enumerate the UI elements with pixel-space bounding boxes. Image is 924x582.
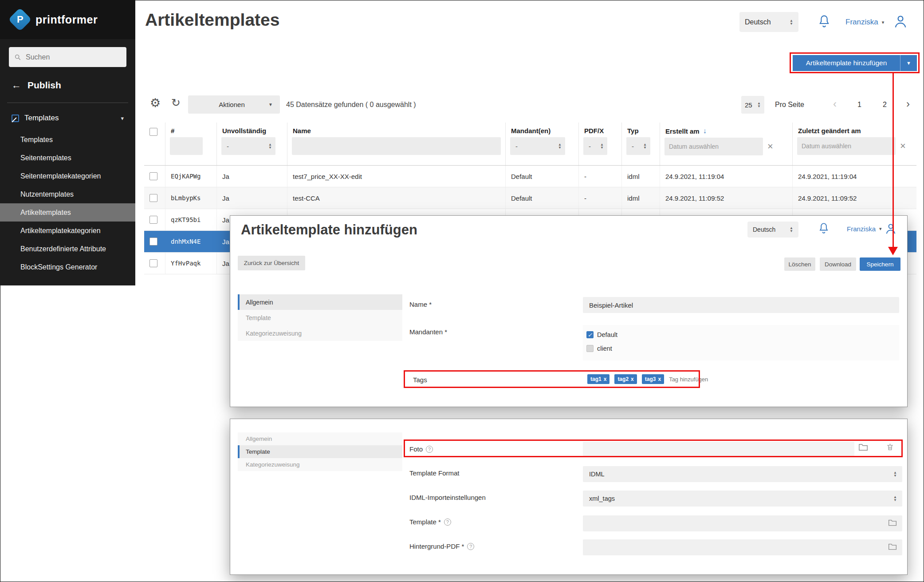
sidebar-item-templates[interactable]: Templates xyxy=(0,131,135,149)
background-pdf-label: Hintergrund-PDF * ? xyxy=(409,542,474,550)
idml-import-select[interactable]: xml_tags ▲▼ xyxy=(583,491,902,507)
dialog-nav-template[interactable]: Template xyxy=(238,310,402,325)
dialog-nav-kategoriezuweisung[interactable]: Kategoriezuweisung xyxy=(238,458,402,471)
refresh-icon[interactable]: ↻ xyxy=(171,96,181,109)
tag-chip[interactable]: tag3x xyxy=(642,374,664,384)
settings-gear-icon[interactable]: ⚙ xyxy=(150,96,161,110)
pagination-page-2[interactable]: 2 xyxy=(883,101,887,109)
tag-chip[interactable]: tag1x xyxy=(587,374,609,384)
sidebar-back-publish[interactable]: ← Publish xyxy=(0,75,135,95)
clear-filter-icon[interactable]: × xyxy=(767,142,773,151)
sidebar-item-seitentemplatekategorien[interactable]: Seitentemplatekategorien xyxy=(0,167,135,185)
tag-add-button[interactable]: Tag hinzufügen xyxy=(669,376,708,383)
notifications-bell-icon[interactable] xyxy=(817,14,831,32)
pagination-page-1[interactable]: 1 xyxy=(857,101,861,109)
client-option-default[interactable]: ✓ Default xyxy=(586,331,617,338)
column-header-client: Mandant(en) xyxy=(511,127,578,135)
sidebar-item-artikeltemplatekategorien[interactable]: Artikeltemplatekategorien xyxy=(0,222,135,240)
user-menu[interactable]: Franziska ▾ xyxy=(847,225,882,233)
delete-button[interactable]: Löschen xyxy=(784,257,815,271)
folder-browse-icon[interactable] xyxy=(858,443,868,453)
table-row[interactable]: bLmbypKs Ja test-CCA Default - idml 24.9… xyxy=(144,187,916,209)
background-pdf-field[interactable] xyxy=(583,539,902,555)
tag-remove-icon[interactable]: x xyxy=(604,376,607,382)
sidebar-item-artikeltemplates[interactable]: Artikeltemplates xyxy=(0,203,135,222)
trash-icon[interactable] xyxy=(886,442,894,454)
select-stepper-icon: ▲▼ xyxy=(893,495,897,502)
template-file-field[interactable] xyxy=(583,515,902,531)
idml-import-label: IDML-Importeinstellungen xyxy=(409,494,486,501)
add-articletemplate-button[interactable]: Artikeltemplate hinzufügen ▼ xyxy=(793,55,917,71)
dialog-nav-allgemein[interactable]: Allgemein xyxy=(238,294,402,310)
filter-incomplete-select[interactable]: -▲▼ xyxy=(221,137,275,155)
sidebar-item-nutzentemplates[interactable]: Nutzentemplates xyxy=(0,185,135,203)
help-question-icon[interactable]: ? xyxy=(426,446,433,453)
sidebar-item-seitentemplates[interactable]: Seitentemplates xyxy=(0,149,135,167)
name-input[interactable] xyxy=(583,297,899,313)
tag-remove-icon[interactable]: x xyxy=(658,376,661,382)
back-to-overview-button[interactable]: Zurück zur Übersicht xyxy=(238,256,305,270)
folder-browse-icon[interactable] xyxy=(888,519,897,528)
filter-modified-date-input[interactable] xyxy=(797,137,896,155)
actions-dropdown[interactable]: Aktionen ▼ xyxy=(188,95,280,114)
filter-id-input[interactable] xyxy=(170,137,203,155)
per-page-label: Pro Seite xyxy=(775,101,804,109)
pagination-next-icon[interactable]: › xyxy=(906,98,910,110)
sidebar: P printformer ← Publish Templates ▾ Temp… xyxy=(0,0,135,285)
sidebar-item-blocksettings-generator[interactable]: BlockSettings Generator xyxy=(0,258,135,276)
results-count: 45 Datensätze gefunden ( 0 ausgewählt ) xyxy=(286,101,416,109)
dialog-side-nav: Allgemein Template Kategoriezuweisung xyxy=(238,294,402,341)
user-menu[interactable]: Franziska ▾ xyxy=(845,18,884,27)
page-size-select[interactable]: 25 ▲▼ xyxy=(741,96,764,114)
sort-descending-icon[interactable]: ↓ xyxy=(703,127,707,135)
user-avatar-icon[interactable] xyxy=(893,13,908,32)
language-select[interactable]: Deutsch ▲▼ xyxy=(739,12,798,32)
language-select[interactable]: Deutsch ▲▼ xyxy=(747,222,798,238)
sidebar-search[interactable] xyxy=(9,47,126,67)
row-checkbox[interactable] xyxy=(149,216,157,224)
checkbox-unchecked[interactable] xyxy=(586,345,594,352)
filter-client-select[interactable]: -▲▼ xyxy=(510,137,565,155)
filter-created-date-input[interactable] xyxy=(664,138,763,155)
dialog-nav-kategoriezuweisung[interactable]: Kategoriezuweisung xyxy=(238,325,402,341)
help-question-icon[interactable]: ? xyxy=(444,519,451,526)
download-button[interactable]: Download xyxy=(820,257,856,271)
tags-field[interactable]: tag1x tag2x tag3x Tag hinzufügen xyxy=(587,374,708,384)
template-file-label: Template * ? xyxy=(409,518,451,526)
search-input[interactable] xyxy=(26,53,121,61)
dialog-nav-template[interactable]: Template xyxy=(238,445,402,458)
tag-chip[interactable]: tag2x xyxy=(614,374,637,384)
user-avatar-icon[interactable] xyxy=(884,221,897,238)
checkbox-checked[interactable]: ✓ xyxy=(586,331,594,338)
select-stepper-icon: ▲▼ xyxy=(757,102,761,108)
sidebar-item-benutzerdefinierte-attribute[interactable]: Benutzerdefinierte Attribute xyxy=(0,240,135,258)
save-button[interactable]: Speichern xyxy=(860,257,900,271)
pagination-prev-icon[interactable]: ‹ xyxy=(833,98,837,110)
tag-remove-icon[interactable]: x xyxy=(631,376,634,382)
filter-typ-select[interactable]: -▲▼ xyxy=(626,137,650,155)
publish-label: Publish xyxy=(28,80,61,91)
folder-browse-icon[interactable] xyxy=(888,542,897,552)
name-label: Name * xyxy=(409,301,432,308)
photo-upload-field[interactable] xyxy=(583,442,854,456)
notifications-bell-icon[interactable] xyxy=(818,222,830,238)
row-checkbox[interactable] xyxy=(149,259,157,267)
client-option-client[interactable]: client xyxy=(586,345,612,352)
row-checkbox[interactable] xyxy=(149,172,157,180)
table-row[interactable]: EQjKAPWg Ja test7_price_XX-XX-edit Defau… xyxy=(144,166,916,187)
help-question-icon[interactable]: ? xyxy=(467,543,474,550)
chevron-down-icon: ▾ xyxy=(879,226,882,232)
clear-filter-icon[interactable]: × xyxy=(900,141,906,151)
select-all-checkbox[interactable] xyxy=(149,128,157,136)
filter-pdfx-select[interactable]: -▲▼ xyxy=(583,137,607,155)
row-checkbox[interactable] xyxy=(149,238,157,245)
dialog-nav-allgemein[interactable]: Allgemein xyxy=(238,432,402,445)
edit-square-icon xyxy=(12,115,19,122)
sidebar-section-templates[interactable]: Templates ▾ xyxy=(0,110,135,126)
column-header-created: Erstellt am↓ xyxy=(665,127,792,135)
filter-name-input[interactable] xyxy=(292,137,501,155)
row-checkbox[interactable] xyxy=(149,194,157,202)
column-header-id: # xyxy=(171,127,216,135)
select-stepper-icon: ▲▼ xyxy=(790,226,793,233)
template-format-select[interactable]: IDML ▲▼ xyxy=(583,466,902,482)
